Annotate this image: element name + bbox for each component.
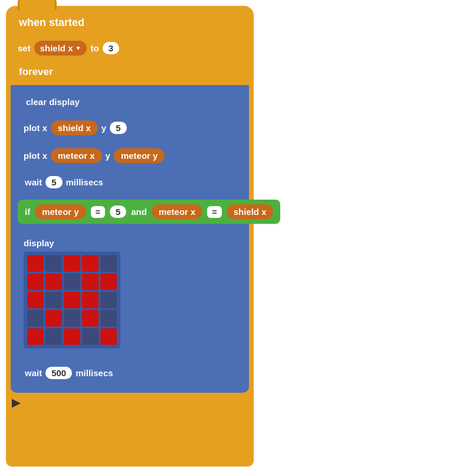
wait2-value[interactable]: 500 [45,367,72,379]
wait1-row: wait 5 millisecs [14,171,245,194]
inner-blue-section: clear display plot x shield x y 5 plot x… [11,85,249,393]
if-var3[interactable]: shield x [227,204,274,219]
forever-block[interactable]: forever [11,63,249,81]
when-started-block[interactable]: when started [11,12,249,34]
display-row: display [14,230,245,359]
set-label: set [18,43,31,53]
plot1-row: plot x shield x y 5 [14,115,245,141]
pixel-cell[interactable] [100,273,117,290]
pixel-cell[interactable] [27,292,44,308]
wait1-block[interactable]: wait 5 millisecs [18,173,110,191]
pixel-cell[interactable] [45,292,62,308]
plot1-block[interactable]: plot x shield x y 5 [18,118,133,138]
pixel-cell[interactable] [82,310,99,327]
pixel-cell[interactable] [82,255,99,272]
pixel-cell[interactable] [45,310,62,327]
wait1-value[interactable]: 5 [45,176,62,188]
pixel-cell[interactable] [27,273,44,290]
display-label: display [24,238,120,248]
clear-display-label: clear display [26,97,80,107]
if-equals2: = [207,206,221,218]
if-val1[interactable]: 5 [110,206,126,218]
pixel-cell[interactable] [45,328,62,345]
plot2-label: plot x [24,151,47,161]
pixel-cell[interactable] [27,310,44,327]
plot1-var1[interactable]: shield x [51,120,98,135]
clear-display-block[interactable]: clear display [18,93,88,110]
if-label: if [25,207,30,217]
when-started-label: when started [19,17,84,28]
plot2-y-label: y [106,151,110,161]
pixel-cell[interactable] [45,273,62,290]
pixel-cell[interactable] [100,292,117,308]
wait2-block[interactable]: wait 500 millisecs [18,364,120,382]
pixel-cell[interactable] [27,328,44,345]
run-arrow-icon: ▶ [12,397,20,409]
forever-label: forever [19,66,53,77]
pixel-cell[interactable] [27,255,44,272]
if-row: if meteor y = 5 and meteor x = shield x [14,196,245,227]
pixel-cell[interactable] [100,255,117,272]
dropdown-arrow-icon: ▼ [76,45,81,51]
pixel-cell[interactable] [100,310,117,327]
plot2-var1[interactable]: meteor x [51,148,102,163]
pixel-cell[interactable] [64,310,80,327]
if-and-label: and [131,207,147,217]
pixel-cell[interactable] [64,255,80,272]
wait1-unit: millisecs [66,177,103,187]
pixel-cell[interactable] [45,255,62,272]
pixel-cell[interactable] [64,273,80,290]
set-block-row: set shield x ▼ to 3 [11,37,249,59]
clear-display-row: clear display [14,91,245,113]
wait1-label: wait [25,177,42,187]
run-button[interactable]: ▶ [6,393,254,413]
pixel-cell[interactable] [82,328,99,345]
if-var2[interactable]: meteor x [152,204,203,219]
wait2-row: wait 500 millisecs [14,361,245,384]
variable-dropdown[interactable]: shield x ▼ [34,41,87,56]
scratch-program: when started set shield x ▼ to 3 forever [6,6,254,467]
if-var1[interactable]: meteor y [35,204,86,219]
when-started-section: when started set shield x ▼ to 3 forever [6,6,254,85]
set-block[interactable]: set shield x ▼ to 3 [11,37,126,59]
pixel-cell[interactable] [64,292,80,308]
pixel-cell[interactable] [100,328,117,345]
pixel-cell[interactable] [64,328,80,345]
set-value[interactable]: 3 [103,42,119,54]
if-block[interactable]: if meteor y = 5 and meteor x = shield x [18,200,280,224]
plot1-y-label: y [101,123,106,133]
forever-row: forever [11,63,249,81]
main-wrapper: when started set shield x ▼ to 3 forever [6,6,254,467]
plot2-row: plot x meteor x y meteor y [14,143,245,168]
pixel-grid [24,252,120,348]
plot1-value[interactable]: 5 [110,122,126,134]
plot2-var2[interactable]: meteor y [114,148,165,163]
to-label: to [90,43,99,53]
wait2-unit: millisecs [76,368,113,378]
plot2-block[interactable]: plot x meteor x y meteor y [18,145,171,166]
pixel-cell[interactable] [82,273,99,290]
display-block[interactable]: display [18,234,126,354]
plot1-label: plot x [24,123,47,133]
variable-name: shield x [40,43,73,53]
if-equals1: = [91,206,105,218]
wait2-label: wait [25,368,42,378]
pixel-cell[interactable] [82,292,99,308]
